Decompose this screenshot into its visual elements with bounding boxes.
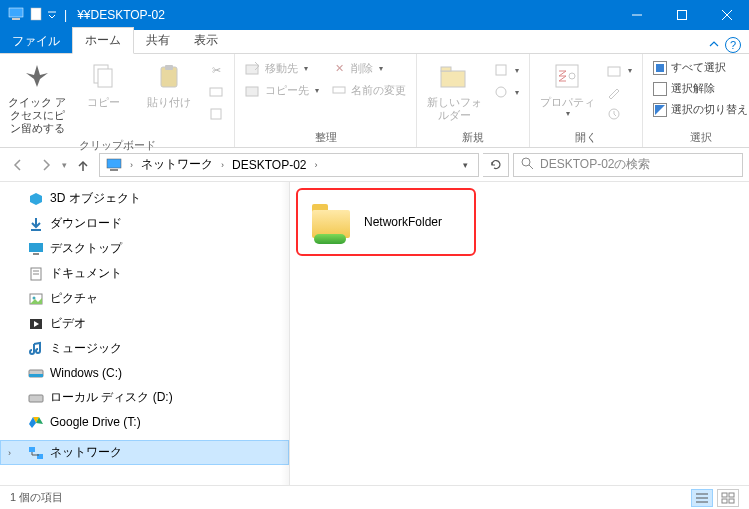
ribbon-group-organize: 移動先▾ コピー先▾ ✕ 削除▾ 名前の変更 整理 xyxy=(235,54,417,147)
properties-label: プロパティ xyxy=(540,96,595,109)
copy-path-button[interactable] xyxy=(204,82,228,102)
sidebar-item-network[interactable]: › ネットワーク xyxy=(0,440,289,465)
pin-label: クイック アクセスにピン留めする xyxy=(6,96,68,136)
sidebar-item-3d-objects[interactable]: 3D オブジェクト xyxy=(0,186,289,211)
address-chevron[interactable]: › xyxy=(310,160,321,170)
svg-rect-19 xyxy=(441,67,451,71)
copy-button[interactable]: コピー xyxy=(72,58,134,109)
nav-recent-dropdown[interactable]: ▾ xyxy=(62,160,67,170)
tab-home[interactable]: ホーム xyxy=(72,27,134,54)
open-with-button[interactable]: ▾ xyxy=(602,60,636,80)
search-icon xyxy=(520,156,534,173)
annotation-highlight: NetworkFolder xyxy=(296,188,476,256)
ribbon-group-new: 新しいフォルダー ▾ ▾ 新規 xyxy=(417,54,530,147)
sidebar-item-music[interactable]: ミュージック xyxy=(0,336,289,361)
refresh-button[interactable] xyxy=(483,153,509,177)
address-bar[interactable]: › ネットワーク › DESKTOP-02 › ▾ xyxy=(99,153,479,177)
address-chevron[interactable]: › xyxy=(126,160,137,170)
content-pane[interactable]: NetworkFolder xyxy=(290,182,749,485)
ribbon-group-open: プロパティ ▾ ▾ 開く xyxy=(530,54,643,147)
sidebar-item-desktop[interactable]: デスクトップ xyxy=(0,236,289,261)
view-details-button[interactable] xyxy=(691,489,713,507)
pc-icon xyxy=(8,7,24,24)
easy-access-button[interactable]: ▾ xyxy=(489,82,523,102)
delete-button[interactable]: ✕ 削除▾ xyxy=(327,58,410,78)
documents-icon xyxy=(28,266,44,282)
tab-file[interactable]: ファイル xyxy=(0,29,72,53)
sidebar-item-pictures[interactable]: ピクチャ xyxy=(0,286,289,311)
maximize-button[interactable] xyxy=(659,0,704,30)
paste-button[interactable]: 貼り付け xyxy=(138,58,200,109)
address-chevron[interactable]: › xyxy=(217,160,228,170)
tab-share[interactable]: 共有 xyxy=(134,28,182,53)
svg-line-32 xyxy=(529,165,533,169)
tab-view[interactable]: 表示 xyxy=(182,28,230,53)
help-button[interactable]: ? xyxy=(725,37,741,53)
paste-shortcut-button[interactable] xyxy=(204,104,228,124)
search-box[interactable]: DESKTOP-02の検索 xyxy=(513,153,743,177)
sidebar-item-label: ドキュメント xyxy=(50,265,122,282)
sidebar-item-label: 3D オブジェクト xyxy=(50,190,141,207)
address-segment-host[interactable]: DESKTOP-02 xyxy=(230,158,308,172)
properties-button[interactable]: プロパティ ▾ xyxy=(536,58,598,119)
desktop-icon xyxy=(28,241,44,257)
item-network-folder[interactable]: NetworkFolder xyxy=(312,202,492,242)
close-button[interactable] xyxy=(704,0,749,30)
pin-icon xyxy=(21,60,53,92)
new-folder-button[interactable]: 新しいフォルダー xyxy=(423,58,485,122)
ribbon: クイック アクセスにピン留めする コピー 貼り付け ✂ クリップボード xyxy=(0,54,749,148)
music-icon xyxy=(28,341,44,357)
rename-button[interactable]: 名前の変更 xyxy=(327,80,410,100)
move-to-button[interactable]: 移動先▾ xyxy=(241,58,323,78)
address-dropdown-icon[interactable]: ▾ xyxy=(457,160,474,170)
new-item-button[interactable]: ▾ xyxy=(489,60,523,80)
select-all-label: すべて選択 xyxy=(671,60,726,75)
title-bar: | ¥¥DESKTOP-02 xyxy=(0,0,749,30)
sidebar-item-videos[interactable]: ビデオ xyxy=(0,311,289,336)
invert-selection-icon xyxy=(653,103,667,117)
group-label-open: 開く xyxy=(536,128,636,145)
address-root-icon[interactable] xyxy=(104,158,124,172)
view-large-icons-button[interactable] xyxy=(717,489,739,507)
delete-label: 削除 xyxy=(351,61,373,76)
edit-button[interactable] xyxy=(602,82,636,102)
sidebar-item-drive-c[interactable]: Windows (C:) xyxy=(0,361,289,385)
sidebar-item-google-drive[interactable]: Google Drive (T:) xyxy=(0,410,289,434)
edit-icon xyxy=(606,84,622,100)
sidebar-item-drive-d[interactable]: ローカル ディスク (D:) xyxy=(0,385,289,410)
invert-selection-button[interactable]: 選択の切り替え xyxy=(649,100,749,119)
svg-rect-56 xyxy=(722,493,727,497)
sidebar-item-label: Google Drive (T:) xyxy=(50,415,141,429)
select-all-icon xyxy=(653,61,667,75)
svg-rect-20 xyxy=(496,65,506,75)
qat-dropdown-icon[interactable] xyxy=(48,8,56,22)
select-all-button[interactable]: すべて選択 xyxy=(649,58,749,77)
doc-small-icon xyxy=(30,7,42,24)
svg-point-31 xyxy=(522,158,530,166)
nav-forward-button[interactable] xyxy=(34,153,58,177)
scrollbar[interactable] xyxy=(281,182,289,485)
svg-rect-59 xyxy=(729,499,734,503)
navigation-pane[interactable]: 3D オブジェクト ダウンロード デスクトップ ドキュメント ピクチャ ビデオ … xyxy=(0,182,290,485)
address-segment-network[interactable]: ネットワーク xyxy=(139,156,215,173)
sidebar-item-label: デスクトップ xyxy=(50,240,122,257)
group-label-new: 新規 xyxy=(423,128,523,145)
sidebar-item-label: ダウンロード xyxy=(50,215,122,232)
cut-icon: ✂ xyxy=(208,62,224,78)
history-icon xyxy=(606,106,622,122)
svg-rect-30 xyxy=(110,169,118,171)
copy-to-button[interactable]: コピー先▾ xyxy=(241,80,323,100)
paste-icon xyxy=(153,60,185,92)
cut-button[interactable]: ✂ xyxy=(204,60,228,80)
sidebar-item-downloads[interactable]: ダウンロード xyxy=(0,211,289,236)
expand-toggle-icon[interactable]: › xyxy=(8,448,11,458)
ribbon-collapse-icon[interactable] xyxy=(709,38,719,52)
nav-up-button[interactable] xyxy=(71,153,95,177)
pin-to-quick-access-button[interactable]: クイック アクセスにピン留めする xyxy=(6,58,68,136)
svg-rect-10 xyxy=(98,69,112,87)
nav-back-button[interactable] xyxy=(6,153,30,177)
sidebar-item-documents[interactable]: ドキュメント xyxy=(0,261,289,286)
history-button[interactable] xyxy=(602,104,636,124)
select-none-button[interactable]: 選択解除 xyxy=(649,79,749,98)
minimize-button[interactable] xyxy=(614,0,659,30)
